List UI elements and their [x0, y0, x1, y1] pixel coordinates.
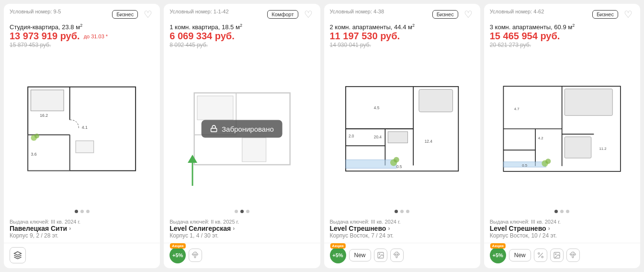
card-2-actions: Акция +5% [164, 243, 320, 268]
card-4-actions: Акция +5% New [484, 243, 640, 268]
arrow-indicator [178, 152, 207, 193]
svg-text:12.4: 12.4 [425, 139, 432, 144]
dot-active [75, 210, 78, 213]
lock-icon [210, 125, 218, 133]
card-1-price-discount: до 31.03 * [84, 34, 108, 39]
image-button-3[interactable] [374, 249, 387, 262]
card-1-header: Условный номер: 9-5 Бизнес ♡ [4, 4, 160, 22]
percent-icon [537, 251, 544, 259]
image-button-4[interactable] [550, 249, 564, 262]
svg-rect-34 [388, 132, 407, 143]
card-4-delivery: Выдача ключей: III кв. 2024 г. [490, 219, 634, 225]
card-4-building: Корпус Восток, 10 / 24 эт. [490, 232, 634, 239]
svg-point-11 [34, 134, 39, 138]
card-2-favorite-button[interactable]: ♡ [302, 9, 315, 20]
svg-point-37 [379, 254, 380, 255]
svg-rect-30 [346, 159, 396, 168]
svg-text:4.2: 4.2 [538, 136, 543, 140]
new-badge-button-3[interactable]: New [349, 249, 371, 261]
card-1-footer: Выдача ключей: III кв. 2024 г. Павелецка… [4, 216, 160, 241]
dot [86, 210, 90, 213]
svg-text:11.2: 11.2 [599, 147, 607, 151]
view-3d-button[interactable] [10, 247, 26, 263]
image-icon [553, 251, 561, 259]
svg-line-56 [538, 253, 542, 257]
card-2-apt-type: 1 комн. квартира, 18.5 м2 [169, 23, 314, 31]
card-1-number: Условный номер: 9-5 [10, 9, 61, 14]
card-3-price-old: 14 930 041 руб. [330, 42, 475, 48]
svg-text:4.1: 4.1 [82, 125, 88, 130]
akcia-text-4: +5% [493, 252, 503, 258]
hammer-icon [192, 251, 199, 259]
dot [80, 210, 84, 213]
dot [235, 210, 238, 213]
hammer-button-2[interactable] [189, 249, 202, 262]
akcia-badge-2: Акция +5% [169, 247, 186, 263]
card-4-number: Условный номер: 4-62 [490, 9, 544, 14]
chevron-icon: › [69, 225, 71, 232]
dot [560, 210, 564, 213]
card-3-complex[interactable]: Level Стрешнево › [330, 225, 475, 232]
card-4-floor-plan: 4.7 10.5 4.2 15.7 11.2 4.2 0.5 [484, 50, 640, 207]
svg-text:4.7: 4.7 [514, 107, 520, 111]
card-1-price-value: 13 973 919 руб. [10, 31, 80, 42]
cube-icon [13, 251, 22, 260]
card-4-footer: Выдача ключей: III кв. 2024 г. Level Стр… [484, 216, 640, 241]
card-4-info: 3 комн. апартаменты, 60.9 м2 15 465 954 … [484, 22, 640, 50]
dot [406, 210, 409, 213]
card-1-complex[interactable]: Павелецкая Сити › [10, 225, 154, 232]
card-1-apt-type: Студия-квартира, 23.8 м2 [10, 23, 154, 31]
card-1-actions [4, 243, 160, 268]
card-4-complex[interactable]: Level Стрешнево › [490, 225, 634, 232]
card-2-footer: Выдача ключей: II кв. 2025 г. Level Сели… [164, 216, 320, 241]
card-4-apt-type: 3 комн. апартаменты, 60.9 м2 [490, 23, 634, 31]
card-2-price-value: 6 069 334 руб. [169, 31, 235, 42]
hammer-button-3[interactable] [390, 249, 404, 262]
svg-text:4.5: 4.5 [374, 105, 380, 110]
card-2-price-old: 8 092 445 руб. [169, 42, 314, 48]
card-3-apt-type: 2 комн. апартаменты, 44.4 м2 [330, 23, 475, 31]
reserved-text: Забронировано [222, 125, 274, 133]
card-3-price-value: 11 197 530 руб. [330, 31, 400, 42]
card-2-header: Условный номер: 1-1-42 Комфорт ♡ [164, 4, 320, 22]
card-1-floor-plan: 16.2 4.1 3.6 [4, 50, 160, 207]
svg-rect-50 [565, 89, 612, 115]
svg-marker-19 [188, 155, 197, 163]
chevron-icon: › [388, 225, 390, 232]
card-2-floor-plan: Забронировано [164, 50, 320, 207]
akcia-badge-3: Акция +5% [330, 247, 346, 263]
card-3-badge: Бизнес [432, 10, 458, 19]
dot-active [240, 210, 244, 213]
svg-text:0.5: 0.5 [522, 163, 528, 168]
card-3-dots [324, 207, 480, 216]
card-4-favorite-button[interactable]: ♡ [622, 9, 634, 20]
percent-button-4[interactable] [534, 249, 547, 262]
card-2-complex[interactable]: Level Селигерская › [169, 225, 314, 232]
svg-point-57 [538, 253, 539, 254]
property-card-1: Условный номер: 9-5 Бизнес ♡ Студия-квар… [4, 4, 160, 268]
svg-point-60 [555, 254, 556, 255]
card-1-price: 13 973 919 руб. до 31.03 * [10, 31, 154, 42]
akcia-text-2: +5% [172, 252, 183, 258]
card-1-building: Корпус 9, 2 / 28 эт. [10, 232, 154, 239]
card-1-badge: Бизнес [112, 10, 138, 19]
card-4-price: 15 465 954 руб. [490, 31, 634, 42]
svg-point-55 [545, 159, 551, 164]
svg-text:2.0: 2.0 [349, 134, 354, 138]
new-badge-button-4[interactable]: New [509, 249, 531, 261]
reserved-overlay: Забронировано [202, 120, 282, 137]
hammer-icon [393, 251, 401, 259]
svg-text:20.4: 20.4 [374, 135, 382, 139]
card-4-price-value: 15 465 954 руб. [490, 31, 560, 42]
green-arrow-icon [178, 152, 207, 191]
card-2-dots [164, 207, 320, 216]
card-2-number: Условный номер: 1-1-42 [169, 9, 228, 14]
card-1-favorite-button[interactable]: ♡ [142, 9, 154, 20]
hammer-button-4[interactable] [566, 249, 580, 262]
card-2-price: 6 069 334 руб. [169, 31, 314, 42]
akcia-label-4: Акция [490, 243, 506, 249]
image-icon [377, 251, 384, 259]
svg-rect-6 [76, 141, 94, 153]
card-3-favorite-button[interactable]: ♡ [462, 9, 475, 20]
svg-rect-33 [419, 89, 453, 112]
